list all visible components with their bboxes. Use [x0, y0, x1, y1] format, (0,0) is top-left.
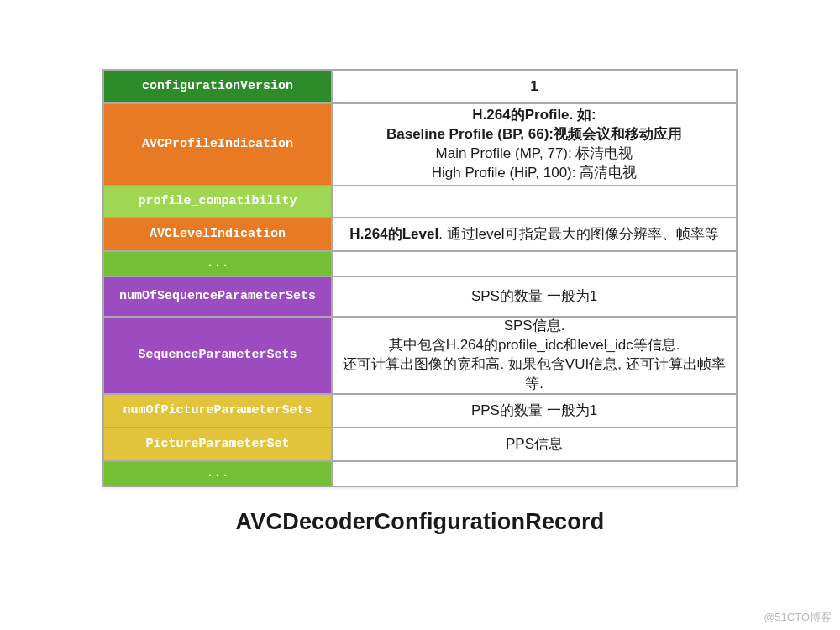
table-row: configurationVersion1 [104, 71, 736, 102]
value-line: PPS的数量 一般为1 [471, 402, 597, 421]
field-value: PPS的数量 一般为1 [333, 393, 736, 427]
field-label: profile_compatibility [104, 185, 333, 217]
table-row: ... [104, 460, 736, 486]
field-value [333, 460, 736, 486]
value-line: H.264的Profile. 如: [472, 106, 596, 125]
table-row: PictureParameterSetPPS信息 [104, 427, 736, 460]
field-label: ... [104, 250, 333, 276]
diagram-caption: AVCDecoderConfigurationRecord [0, 509, 840, 535]
table-row: ... [104, 250, 736, 276]
table-row: profile_compatibility [104, 185, 736, 217]
field-value: SPS信息.其中包含H.264的profile_idc和level_idc等信息… [333, 316, 736, 393]
field-value: 1 [333, 71, 736, 102]
field-label: PictureParameterSet [104, 427, 333, 460]
field-label: AVCProfileIndication [104, 102, 333, 185]
value-line: SPS的数量 一般为1 [471, 287, 597, 307]
watermark: @51CTO博客 [764, 610, 832, 625]
value-line: SPS信息. [504, 317, 565, 336]
value-line: 其中包含H.264的profile_idc和level_idc等信息. [389, 336, 680, 355]
field-value: SPS的数量 一般为1 [333, 276, 736, 316]
table-row: numOfPictureParameterSetsPPS的数量 一般为1 [104, 393, 736, 427]
value-line: PPS信息 [506, 435, 563, 454]
field-label: AVCLevelIndication [104, 217, 333, 250]
diagram-page: configurationVersion1AVCProfileIndicatio… [0, 0, 840, 630]
value-line: Baseline Profile (BP, 66):视频会议和移动应用 [386, 125, 682, 144]
avc-config-table: configurationVersion1AVCProfileIndicatio… [102, 69, 738, 487]
field-label: configurationVersion [104, 71, 333, 102]
field-value [333, 250, 736, 276]
field-label: SequenceParameterSets [104, 316, 333, 393]
value-line: Main Profile (MP, 77): 标清电视 [436, 144, 633, 164]
table-row: SequenceParameterSetsSPS信息.其中包含H.264的pro… [104, 316, 736, 393]
value-line: 1 [530, 77, 538, 97]
table-row: numOfSequenceParameterSetsSPS的数量 一般为1 [104, 276, 736, 316]
field-value: H.264的Level. 通过level可指定最大的图像分辨率、帧率等 [333, 217, 736, 250]
table-row: AVCLevelIndicationH.264的Level. 通过level可指… [104, 217, 736, 250]
value-line: High Profile (HiP, 100): 高清电视 [432, 164, 637, 183]
table-row: AVCProfileIndicationH.264的Profile. 如:Bas… [104, 102, 736, 185]
value-line: 还可计算出图像的宽和高. 如果包含VUI信息, 还可计算出帧率等. [339, 355, 729, 394]
field-value [333, 185, 736, 217]
field-label: numOfPictureParameterSets [104, 393, 333, 427]
value-line: H.264的Level. 通过level可指定最大的图像分辨率、帧率等 [349, 225, 718, 244]
field-value: PPS信息 [333, 427, 736, 460]
field-value: H.264的Profile. 如:Baseline Profile (BP, 6… [333, 102, 736, 185]
field-label: ... [104, 460, 333, 486]
field-label: numOfSequenceParameterSets [104, 276, 333, 316]
